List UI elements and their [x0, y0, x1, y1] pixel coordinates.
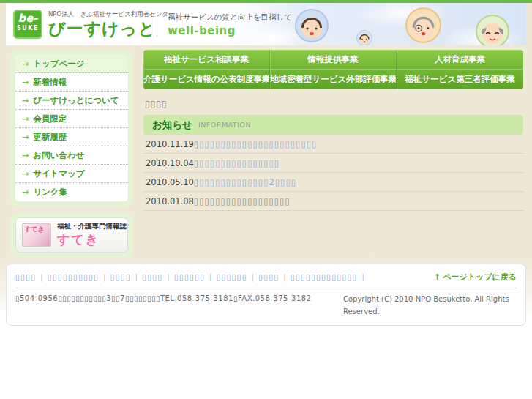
- child-face-icon: [356, 30, 372, 45]
- nav-care-service-disclosure[interactable]: 介護サービス情報の公表制度事業: [143, 70, 270, 89]
- footer-link[interactable]: ▯▯▯▯▯▯▯▯▯▯: [48, 272, 100, 282]
- footer-link[interactable]: ▯▯▯▯▯▯▯▯▯▯▯▯▯: [291, 272, 358, 282]
- news-date: 2010.10.04: [146, 158, 194, 168]
- page-wrapper: be- SUKE NPO法人 ぎふ福祉サービス利用者センター びーすけっと 福祉…: [6, 3, 526, 326]
- news-link[interactable]: ▯▯▯▯▯▯▯▯▯▯▯▯▯▯▯: [199, 158, 280, 168]
- sidebar-item-label: 新着情報: [33, 77, 67, 88]
- news-list: 2010.11.19 ▯ ▯▯▯▯▯▯▯▯▯▯▯▯▯▯▯▯▯▯▯▯▯▯ 2010…: [143, 135, 523, 211]
- nav-information-business[interactable]: 情報提供事業: [270, 50, 397, 70]
- main-content: 福祉サービス相談事業 情報提供事業 人材育成事業 介護サービス情報の公表制度事業…: [143, 50, 526, 211]
- sidebar-menu-box: → トップページ → 新着情報 → びーすけっとについて → 会員限定: [10, 50, 133, 206]
- footer-link[interactable]: ▯▯▯▯▯▯: [216, 272, 247, 282]
- sidebar-item-label: サイトマップ: [33, 168, 85, 179]
- footer-link[interactable]: ▯▯▯▯: [258, 272, 279, 282]
- news-section-heading: お知らせ INFORMATION: [143, 115, 523, 135]
- elderly-woman-face-icon: [405, 7, 441, 45]
- body-columns: → トップページ → 新着情報 → びーすけっとについて → 会員限定: [6, 45, 526, 258]
- sidebar-item-about[interactable]: → びーすけっとについて: [15, 92, 128, 110]
- site-header: be- SUKE NPO法人 ぎふ福祉サービス利用者センター びーすけっと 福祉…: [6, 3, 526, 45]
- magazine-cover-text: すてき: [24, 225, 45, 233]
- news-heading-en: INFORMATION: [198, 121, 251, 129]
- footer-links: ▯▯▯▯|▯▯▯▯▯▯▯▯▯▯|▯▯▯▯|▯▯▯▯|▯▯▯▯▯▯|▯▯▯▯▯▯|…: [15, 272, 434, 282]
- logo-subtitle: NPO法人 ぎふ福祉サービス利用者センター: [48, 10, 175, 19]
- breadcrumb: ▯▯▯▯: [145, 99, 523, 109]
- footer-address: ▯504-0956▯▯▯▯▯▯▯▯▯▯▯3▯▯7▯▯▯▯▯▯▯▯TEL.058-…: [15, 293, 312, 302]
- arrow-right-icon: →: [22, 151, 29, 160]
- separator: |: [209, 273, 211, 281]
- news-date: 2010.11.19: [146, 139, 194, 149]
- copyright-notice: Copyright (C) 2010 NPO Besuketto. All Ri…: [343, 293, 517, 318]
- sidebar-item-contact[interactable]: → お問い合わせ: [15, 146, 128, 165]
- separator: |: [103, 273, 105, 281]
- site-footer: ▯▯▯▯|▯▯▯▯▯▯▯▯▯▯|▯▯▯▯|▯▯▯▯|▯▯▯▯▯▯|▯▯▯▯▯▯|…: [6, 264, 526, 326]
- header-divider: [157, 12, 157, 37]
- separator: |: [252, 273, 254, 281]
- logo-badge-bottom: SUKE: [13, 25, 42, 31]
- logo-title: びーすけっと: [48, 19, 175, 38]
- sidebar-item-label: 会員限定: [33, 113, 67, 124]
- news-prefix: ▯: [194, 158, 199, 168]
- logo-badge-top: be-: [13, 12, 42, 25]
- tagline-jp: 福祉サービスの質と向上を目指して: [168, 12, 292, 23]
- banner-subtitle: 福祉・介護専門情報誌: [57, 222, 127, 231]
- footer-bottom: ▯504-0956▯▯▯▯▯▯▯▯▯▯▯3▯▯7▯▯▯▯▯▯▯▯TEL.058-…: [15, 293, 517, 318]
- nav-third-party-evaluation[interactable]: 福祉サービス第三者評価事業: [397, 70, 523, 89]
- logo-text: NPO法人 ぎふ福祉サービス利用者センター びーすけっと: [48, 10, 175, 38]
- arrow-right-icon: →: [22, 133, 29, 142]
- news-row: 2010.10.04 ▯ ▯▯▯▯▯▯▯▯▯▯▯▯▯▯▯: [143, 154, 523, 173]
- nav-consultation-business[interactable]: 福祉サービス相談事業: [143, 50, 270, 70]
- page-top-label: ページトップに戻る: [443, 272, 517, 282]
- arrow-right-icon: →: [22, 59, 29, 69]
- sidebar-item-label: リンク集: [33, 187, 67, 198]
- arrow-right-icon: →: [22, 187, 29, 197]
- footer-divider: [15, 288, 517, 288]
- sidebar-item-sitemap[interactable]: → サイトマップ: [15, 165, 128, 183]
- news-date: 2010.01.08: [146, 196, 194, 206]
- page-top-link[interactable]: ↑ページトップに戻る: [434, 272, 517, 283]
- news-link[interactable]: ▯▯▯▯▯▯▯▯▯▯▯▯▯▯▯▯▯▯▯▯▯▯: [199, 139, 317, 149]
- footer-links-row: ▯▯▯▯|▯▯▯▯▯▯▯▯▯▯|▯▯▯▯|▯▯▯▯|▯▯▯▯▯▯|▯▯▯▯▯▯|…: [15, 268, 517, 286]
- sidebar-item-update-history[interactable]: → 更新履歴: [15, 128, 128, 146]
- arrow-right-icon: →: [22, 114, 29, 124]
- banner-title: すてき: [57, 231, 127, 248]
- nav-community-service-evaluation[interactable]: 地域密着型サービス外部評価事業: [270, 70, 397, 89]
- separator: |: [361, 273, 364, 281]
- news-row: 2010.01.08 ▯▯▯▯▯▯▯▯▯▯▯▯▯▯▯▯▯▯: [143, 192, 523, 211]
- sidebar-item-label: トップページ: [33, 59, 84, 70]
- site-logo[interactable]: be- SUKE NPO法人 ぎふ福祉サービス利用者センター びーすけっと: [13, 10, 175, 39]
- banner-text: 福祉・介護専門情報誌 すてき: [57, 222, 127, 248]
- news-date: 2010.05.10: [146, 177, 194, 187]
- magazine-cover-thumbnail: すてき: [22, 223, 51, 247]
- sidebar-menu: → トップページ → 新着情報 → びーすけっとについて → 会員限定: [15, 55, 128, 201]
- news-heading-jp: お知らせ: [152, 119, 192, 132]
- separator: |: [167, 273, 169, 281]
- news-prefix: ▯: [194, 177, 199, 187]
- nav-hr-development-business[interactable]: 人材育成事業: [397, 50, 523, 70]
- sidebar-item-label: 更新履歴: [33, 132, 67, 143]
- sidebar-item-label: お問い合わせ: [33, 150, 84, 161]
- footer-link[interactable]: ▯▯▯▯: [15, 272, 36, 282]
- sidebar-item-links[interactable]: → リンク集: [15, 183, 128, 201]
- sidebar-item-label: びーすけっとについて: [33, 95, 119, 106]
- footer-link[interactable]: ▯▯▯▯: [142, 272, 162, 282]
- separator: |: [135, 273, 138, 281]
- news-row: 2010.05.10 ▯ ▯▯▯▯▯▯▯▯▯▯▯▯▯2▯▯▯▯: [143, 173, 523, 192]
- woman-face-icon: [295, 9, 329, 45]
- sidebar: → トップページ → 新着情報 → びーすけっとについて → 会員限定: [10, 50, 133, 258]
- suteki-magazine-banner[interactable]: すてき 福祉・介護専門情報誌 すてき: [15, 217, 128, 253]
- arrow-right-icon: →: [22, 78, 29, 87]
- main-navigation: 福祉サービス相談事業 情報提供事業 人材育成事業 介護サービス情報の公表制度事業…: [143, 50, 523, 89]
- arrow-right-icon: →: [22, 169, 29, 179]
- news-prefix: ▯: [194, 139, 199, 149]
- sidebar-item-news[interactable]: → 新着情報: [15, 73, 128, 92]
- sidebar-item-top-page[interactable]: → トップページ: [15, 55, 128, 73]
- arrow-up-icon: ↑: [434, 272, 441, 282]
- tagline-en: well-being: [168, 24, 292, 37]
- separator: |: [40, 273, 42, 281]
- footer-link[interactable]: ▯▯▯▯▯▯: [174, 272, 205, 282]
- news-link[interactable]: ▯▯▯▯▯▯▯▯▯▯▯▯▯2▯▯▯▯: [199, 177, 296, 187]
- header-tagline: 福祉サービスの質と向上を目指して well-being: [168, 12, 292, 37]
- sidebar-banner-box: すてき 福祉・介護専門情報誌 すてき: [10, 212, 133, 258]
- sidebar-item-members[interactable]: → 会員限定: [15, 110, 128, 128]
- footer-link[interactable]: ▯▯▯▯: [110, 272, 131, 282]
